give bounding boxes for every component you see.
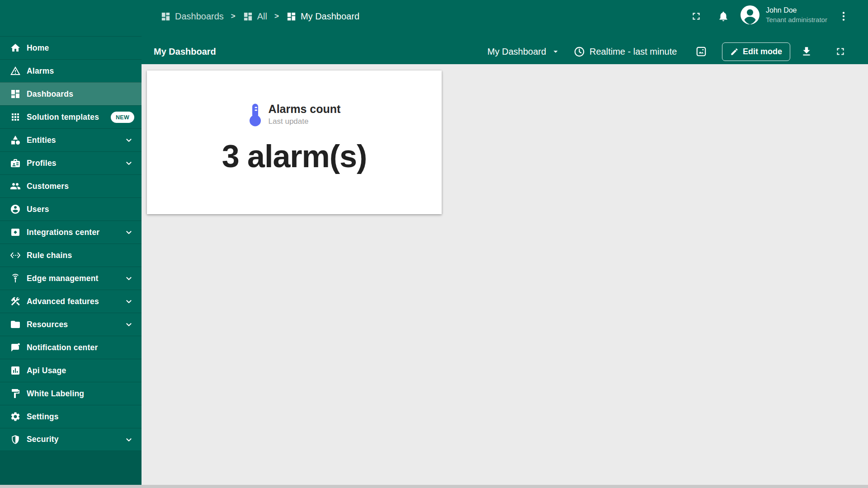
chevron-down-icon [124,319,134,329]
breadcrumb-label: All [257,11,267,22]
download-icon [801,46,812,57]
api-usage-icon [10,365,21,376]
sidebar: Home Alarms Dashboards Solution template… [0,0,142,485]
download-button[interactable] [801,39,812,64]
notifications-button[interactable] [717,0,729,33]
dashboards-icon [10,89,21,99]
sidebar-item-resources[interactable]: Resources [0,313,142,336]
alarms-count-widget[interactable]: Alarms count Last update 3 alarm(s) [147,70,442,214]
notification-center-icon [10,342,21,353]
sidebar-item-security[interactable]: Security [0,428,142,451]
sidebar-item-alarms[interactable]: Alarms [0,59,142,82]
image-icon [695,46,707,57]
sidebar-item-white-labeling[interactable]: White Labeling [0,382,142,405]
edit-mode-label: Edit mode [743,47,782,56]
widget-subtitle: Last update [269,117,341,127]
fullscreen-icon [835,46,846,57]
chevron-down-icon [124,435,134,445]
edit-mode-button[interactable]: Edit mode [722,42,790,61]
sidebar-item-edge-management[interactable]: Edge management [0,267,142,290]
chevron-down-icon [124,227,134,237]
sidebar-item-label: Edge management [27,274,99,283]
horizontal-scrollbar[interactable] [0,485,868,488]
sidebar-nav: Home Alarms Dashboards Solution template… [0,36,142,451]
sidebar-item-profiles[interactable]: Profiles [0,151,142,174]
sidebar-item-integrations-center[interactable]: Integrations center [0,221,142,244]
sidebar-item-label: White Labeling [27,389,84,399]
page-title: My Dashboard [154,39,216,64]
avatar-icon [740,5,760,25]
sidebar-header [0,0,142,36]
breadcrumb-separator: > [274,12,279,21]
dashboard-select[interactable]: My Dashboard [487,39,561,64]
fullscreen-button[interactable] [690,0,702,33]
sidebar-item-label: Entities [27,136,56,145]
rule-chains-icon [10,250,21,261]
home-icon [10,42,21,53]
timewindow-label: Realtime - last minute [590,47,677,57]
pencil-icon [730,47,739,56]
sidebar-item-rule-chains[interactable]: Rule chains [0,244,142,267]
new-badge: NEW [111,112,134,123]
alarms-icon [10,66,21,76]
sidebar-item-label: Advanced features [27,297,99,306]
chevron-down-icon [124,273,134,283]
sidebar-item-label: Alarms [27,66,54,76]
dashboards-icon [286,11,297,22]
breadcrumb-label: Dashboards [175,11,224,22]
integrations-icon [10,227,21,238]
clock-icon [573,46,585,58]
sidebar-item-settings[interactable]: Settings [0,405,142,428]
chevron-down-icon [124,296,134,306]
edge-management-icon [10,273,21,284]
dashboard-fullscreen-button[interactable] [835,39,846,64]
more-menu-button[interactable] [838,0,849,33]
caret-down-icon [551,47,561,56]
sidebar-item-label: Api Usage [27,366,66,375]
entities-icon [10,135,21,145]
dashboard-canvas: Alarms count Last update 3 alarm(s) [142,64,868,488]
sidebar-item-label: Dashboards [27,89,73,99]
dashboards-icon [160,11,171,22]
sidebar-item-label: Notification center [27,343,98,352]
settings-icon [10,411,21,422]
sidebar-item-entities[interactable]: Entities [0,128,142,151]
breadcrumb-separator: > [231,12,236,21]
user-avatar[interactable] [740,5,760,25]
sidebar-item-dashboards[interactable]: Dashboards [0,82,142,105]
security-icon [10,434,21,445]
sidebar-item-advanced-features[interactable]: Advanced features [0,290,142,313]
sidebar-item-customers[interactable]: Customers [0,174,142,197]
users-icon [10,204,21,215]
breadcrumb-item-dashboards[interactable]: Dashboards [160,11,224,22]
white-labeling-icon [10,388,21,399]
chevron-down-icon [124,158,134,168]
breadcrumb-item-all[interactable]: All [243,11,267,22]
fullscreen-icon [690,10,702,22]
solution-templates-icon [10,112,21,122]
chevron-down-icon [124,135,134,145]
sidebar-item-label: Home [27,43,49,53]
sidebar-item-home[interactable]: Home [0,36,142,59]
sidebar-item-notification-center[interactable]: Notification center [0,336,142,359]
widget-title: Alarms count [269,102,341,116]
sidebar-item-label: Security [27,435,59,444]
breadcrumb: Dashboards > All > My Dashboard [160,0,359,33]
user-menu[interactable]: John Doe Tenant administrator [766,5,838,24]
dashboard-image-button[interactable] [695,39,707,64]
sidebar-item-label: Rule chains [27,251,72,260]
alarms-count-value: 3 alarm(s) [147,138,442,174]
profiles-icon [10,158,21,169]
timewindow-button[interactable]: Realtime - last minute [573,39,677,64]
dashboards-icon [243,11,253,22]
sidebar-item-api-usage[interactable]: Api Usage [0,359,142,382]
breadcrumb-item-my-dashboard[interactable]: My Dashboard [286,11,359,22]
bell-icon [717,10,729,22]
kebab-icon [838,10,849,22]
widget-header: Alarms count Last update [147,102,442,127]
user-role: Tenant administrator [766,15,838,24]
sidebar-item-solution-templates[interactable]: Solution templates NEW [0,105,142,128]
sidebar-item-users[interactable]: Users [0,197,142,221]
sidebar-item-label: Settings [27,412,59,422]
sidebar-item-label: Profiles [27,159,57,168]
